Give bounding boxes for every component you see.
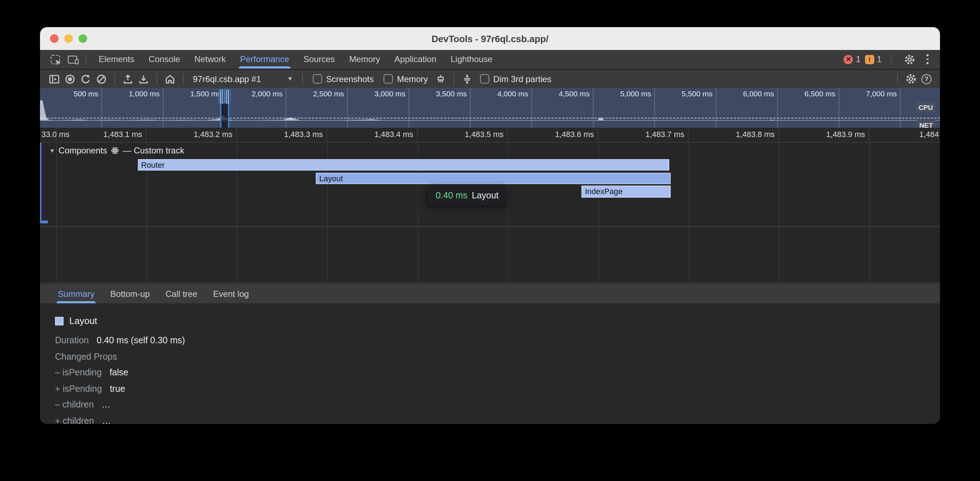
close-window-button[interactable]: [50, 34, 59, 43]
issue-count-badge[interactable]: ! 1: [865, 55, 882, 64]
toggle-sidebar-icon[interactable]: [46, 71, 62, 87]
checkbox-icon: [313, 75, 322, 84]
error-icon: ✕: [844, 55, 853, 64]
reload-and-record-icon[interactable]: [78, 71, 94, 87]
device-toolbar-icon[interactable]: [65, 52, 79, 67]
tab-bottom-up[interactable]: Bottom-up: [102, 284, 158, 303]
more-options-icon[interactable]: [922, 52, 933, 67]
tab-console[interactable]: Console: [142, 50, 187, 68]
divider: [86, 54, 86, 65]
selection-left-handle[interactable]: [218, 89, 224, 104]
flame-bar-layout[interactable]: Layout: [316, 172, 670, 184]
tab-summary[interactable]: Summary: [50, 284, 102, 303]
chevron-down-icon: ▼: [287, 76, 293, 82]
net-chip: NET: [916, 120, 936, 128]
minimize-window-button[interactable]: [64, 34, 73, 43]
title-bar: DevTools - 97r6ql.csb.app/: [40, 27, 940, 50]
tooltip-label: Layout: [472, 190, 499, 200]
devtools-tab-bar: Elements Console Network Performance Sou…: [40, 50, 940, 69]
screenshots-checkbox[interactable]: Screenshots: [313, 74, 374, 84]
ruler-tick: 1,483.8 ms: [689, 128, 779, 142]
network-baseline: [40, 118, 940, 119]
divider: [891, 54, 891, 65]
capture-settings-gear-icon[interactable]: [903, 71, 919, 87]
checkbox-icon: [480, 75, 489, 84]
desktop-background: DevTools - 97r6ql.csb.app/ Elements Cons…: [0, 0, 980, 481]
toolbar-right-controls: ?: [892, 71, 940, 87]
tab-event-log[interactable]: Event log: [205, 284, 257, 303]
download-profile-icon[interactable]: [136, 71, 151, 87]
tab-lighthouse[interactable]: Lighthouse: [444, 50, 500, 68]
tab-elements[interactable]: Elements: [91, 50, 142, 68]
tab-memory[interactable]: Memory: [342, 50, 388, 68]
tab-application[interactable]: Application: [387, 50, 443, 68]
summary-row: Changed Props: [55, 351, 940, 368]
tab-network[interactable]: Network: [187, 50, 233, 68]
tab-performance[interactable]: Performance: [233, 50, 296, 68]
divider: [302, 73, 303, 84]
track-title: Components: [59, 146, 107, 156]
history-dropdown[interactable]: 97r6ql.csb.app #1 ▼: [189, 74, 297, 84]
shortcuts-collapse-icon[interactable]: [459, 71, 475, 87]
tooltip-duration: 0.40 ms: [436, 190, 468, 200]
tab-sources[interactable]: Sources: [296, 50, 342, 68]
divider: [114, 73, 115, 84]
flame-chart[interactable]: ▼ Components — Custom track Router Layou…: [40, 143, 940, 283]
ruler-tick: 1,483.3 ms: [237, 128, 327, 142]
summary-row: – children …: [55, 400, 940, 416]
live-metrics-home-icon[interactable]: [162, 71, 178, 87]
selection-right-handle[interactable]: [224, 89, 231, 104]
detail-ruler: 1,483.1 ms 1,483.2 ms 1,483.3 ms 1,483.4…: [40, 128, 940, 143]
flame-bar-router[interactable]: Router: [137, 159, 669, 171]
cpu-chip: CPU: [916, 102, 936, 112]
settings-gear-icon[interactable]: [902, 52, 916, 67]
summary-row: + children …: [55, 416, 940, 424]
clear-icon[interactable]: [94, 71, 109, 87]
tab-call-tree[interactable]: Call tree: [158, 284, 205, 303]
summary-title: Layout: [69, 316, 97, 326]
ruler-tick: 1,483.2 ms: [146, 128, 237, 142]
upload-profile-icon[interactable]: [120, 71, 136, 87]
history-dropdown-value: 97r6ql.csb.app #1: [193, 74, 261, 84]
summary-title-row: Layout: [55, 316, 940, 326]
memory-checkbox[interactable]: Memory: [383, 74, 428, 84]
inspect-cursor-icon: [50, 55, 60, 64]
inspect-element-icon[interactable]: [48, 52, 62, 67]
window-title: DevTools - 97r6ql.csb.app/: [431, 33, 549, 44]
help-icon[interactable]: ?: [919, 71, 934, 87]
divider: [156, 73, 157, 84]
performance-toolbar: 97r6ql.csb.app #1 ▼ Screenshots Memory: [40, 70, 940, 88]
summary-row: Duration 0.40 ms (self 0.30 ms): [55, 335, 940, 351]
selection-right-edge: [228, 103, 229, 128]
react-atom-icon: [111, 146, 119, 155]
collapse-triangle-icon: ▼: [49, 148, 55, 154]
summary-row: – isPending false: [55, 368, 940, 384]
ruler-tick: 1,483.6 ms: [508, 128, 598, 142]
tab-bar-right-controls: ✕ 1 ! 1: [844, 52, 940, 67]
timeline-overview[interactable]: 500 ms 1,000 ms 1,500 ms 2,000 ms 2,500 …: [40, 88, 940, 128]
zoom-window-button[interactable]: [79, 34, 87, 43]
flame-bar-indexpage[interactable]: IndexPage: [581, 186, 671, 197]
ruler-tick: 1,483.4 ms: [327, 128, 417, 142]
ruler-tick: 1,483.5 ms: [417, 128, 508, 142]
ruler-tick: 1,483.7 ms: [598, 128, 689, 142]
issue-count: 1: [877, 55, 882, 63]
ruler-tick: 1,483.9 ms: [779, 128, 869, 142]
cpu-activity-chart: [40, 99, 940, 128]
details-tab-bar: Summary Bottom-up Call tree Event log: [40, 284, 940, 303]
dim-3rd-parties-checkbox[interactable]: Dim 3rd parties: [480, 74, 551, 84]
error-count: 1: [856, 55, 861, 63]
active-tab-underline: [239, 67, 290, 68]
error-count-badge[interactable]: ✕ 1: [844, 55, 861, 64]
device-frame-icon: [67, 55, 77, 63]
collect-garbage-icon[interactable]: [433, 71, 449, 87]
event-color-swatch: [55, 316, 64, 325]
selection-left-edge: [220, 103, 221, 128]
summary-row: + isPending true: [55, 384, 940, 400]
components-track-header[interactable]: ▼ Components — Custom track: [49, 146, 184, 156]
flame-tooltip: 0.40 ms Layout: [428, 185, 506, 206]
track-selection-indicator: [40, 143, 41, 223]
record-icon[interactable]: [62, 71, 78, 87]
checkbox-icon: [383, 75, 393, 84]
track-subtitle: — Custom track: [123, 146, 184, 156]
